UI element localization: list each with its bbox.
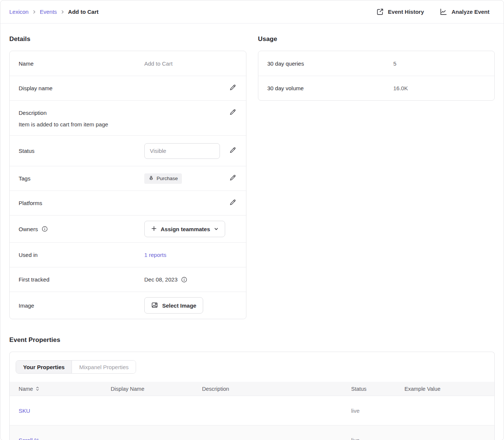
edit-status-button[interactable] [228,146,237,156]
analyze-event-label: Analyze Event [451,9,489,15]
detail-row-platforms: Platforms [10,191,246,215]
column-name-label: Name [19,386,33,392]
pencil-icon [229,199,236,207]
chevron-down-icon [214,226,218,232]
edit-display-name-button[interactable] [228,83,237,93]
edit-description-button[interactable] [228,108,237,118]
line-chart-icon [440,8,447,16]
description-label: Description [19,110,144,116]
top-bar: Lexicon Events Add to Cart Event Histo [0,0,504,23]
top-actions: Event History Analyze Event [376,8,489,16]
event-history-label: Event History [388,9,424,15]
property-name-link[interactable]: Scroll % [19,437,111,440]
breadcrumb: Lexicon Events Add to Cart [9,9,98,15]
breadcrumb-events[interactable]: Events [40,9,57,15]
breadcrumb-current-event: Add to Cart [68,9,99,15]
status-value: Visible [150,148,166,154]
property-status: live [351,437,404,440]
usage-row-queries: 30 day queries 5 [258,51,494,76]
detail-row-status: Status Visible [10,135,246,166]
column-header-description[interactable]: Description [202,386,351,392]
first-tracked-value: Dec 08, 2023 [144,276,177,283]
tags-label: Tags [19,175,144,182]
tag-chip-purchase[interactable]: $ Purchase [144,173,182,184]
edit-platforms-button[interactable] [228,198,237,208]
column-header-status[interactable]: Status [351,386,404,392]
event-properties-card: Your Properties Mixpanel Properties Name… [9,352,495,440]
plus-icon [151,226,157,233]
property-status: live [351,408,404,414]
volume-value: 16.0K [393,85,408,91]
used-in-label: Used in [19,252,144,258]
image-icon [151,301,158,310]
event-properties-title: Event Properties [9,336,495,344]
owners-label: Owners [19,226,38,232]
column-header-name[interactable]: Name [19,386,111,392]
name-value: Add to Cart [144,60,173,67]
used-in-reports-link[interactable]: 1 reports [144,252,166,258]
info-icon[interactable] [41,226,48,232]
pencil-icon [229,174,236,183]
details-section: Details Name Add to Cart Display name [9,33,246,319]
event-history-button[interactable]: Event History [376,8,424,16]
display-name-label: Display name [19,85,144,91]
select-image-label: Select Image [162,302,196,309]
analyze-event-button[interactable]: Analyze Event [440,8,489,16]
properties-tabs: Your Properties Mixpanel Properties [16,360,136,374]
detail-row-name: Name Add to Cart [10,51,246,76]
image-label: Image [19,302,144,309]
detail-row-used-in: Used in 1 reports [10,242,246,267]
detail-row-first-tracked: First tracked Dec 08, 2023 [10,267,246,292]
detail-row-display-name: Display name [10,76,246,100]
properties-table-header: Name Display Name Description Status Exa… [10,382,494,396]
detail-row-description: Description Item is added to ca [10,100,246,135]
pencil-icon [229,84,236,92]
usage-card: 30 day queries 5 30 day volume 16.0K [258,51,495,101]
table-row[interactable]: Scroll % live [10,425,494,440]
platforms-label: Platforms [19,200,144,206]
table-row[interactable]: SKU live [10,396,494,425]
column-header-display-name[interactable]: Display Name [111,386,202,392]
queries-value: 5 [393,60,396,67]
name-label: Name [19,60,144,67]
pencil-icon [229,109,236,117]
detail-row-tags: Tags $ Purchase [10,166,246,191]
status-value-box[interactable]: Visible [144,143,220,159]
select-image-button[interactable]: Select Image [144,297,203,314]
detail-row-owners: Owners [10,215,246,242]
usage-section: Usage 30 day queries 5 30 day volume 16.… [258,33,495,101]
details-title: Details [9,35,246,43]
external-link-icon [376,8,384,16]
breadcrumb-lexicon[interactable]: Lexicon [9,9,29,15]
chevron-right-icon [32,10,37,14]
volume-label: 30 day volume [267,85,393,91]
assign-teammates-button[interactable]: Assign teammates [144,221,225,237]
usage-row-volume: 30 day volume 16.0K [258,76,494,100]
edit-tags-button[interactable] [228,173,237,183]
sort-icon [36,386,39,391]
tag-chip-label: Purchase [157,176,178,181]
detail-row-image: Image Select Image [10,292,246,319]
first-tracked-label: First tracked [19,276,144,283]
description-value: Item is added to cart from item page [19,121,237,128]
assign-teammates-label: Assign teammates [161,226,210,232]
info-icon[interactable] [181,276,188,283]
property-name-link[interactable]: SKU [19,408,111,414]
usage-title: Usage [258,35,495,43]
column-header-example-value[interactable]: Example Value [404,386,494,392]
chevron-right-icon [60,10,65,14]
event-properties-section: Event Properties Your Properties Mixpane… [9,336,495,440]
tab-mixpanel-properties[interactable]: Mixpanel Properties [72,361,136,373]
tab-your-properties[interactable]: Your Properties [16,361,72,373]
details-card: Name Add to Cart Display name [9,51,246,319]
page: Lexicon Events Add to Cart Event Histo [0,0,504,440]
queries-label: 30 day queries [267,60,393,67]
money-bag-icon: $ [148,175,154,182]
pencil-icon [229,147,236,155]
main-content: Details Name Add to Cart Display name [0,23,504,440]
status-label: Status [19,148,144,154]
